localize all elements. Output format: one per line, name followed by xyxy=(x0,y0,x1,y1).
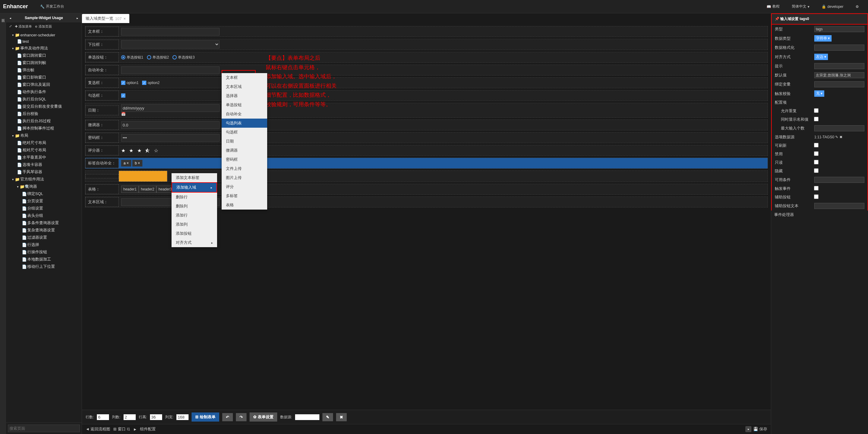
datasource-input[interactable] xyxy=(295,414,319,420)
form-row[interactable]: 日期： 📅 xyxy=(85,103,768,118)
bc-window[interactable]: ⊞ 窗口 I1 xyxy=(113,426,130,432)
prop-checkbox[interactable] xyxy=(814,151,819,156)
tree-item[interactable]: 📄移动行上下位置 xyxy=(6,263,82,270)
expand-icon[interactable]: ▾ xyxy=(17,185,19,188)
submenu-item[interactable]: 多标签 xyxy=(222,191,267,200)
tree-item[interactable]: 📄多条件查询器设置 xyxy=(6,219,82,227)
add-menu-button[interactable]: ✚ 添加菜单 xyxy=(15,24,32,29)
tab[interactable]: 输入域类型一览 107 × xyxy=(82,14,129,23)
width-input[interactable] xyxy=(176,414,189,420)
submenu-item[interactable]: 选择器 xyxy=(222,91,267,100)
prop-input[interactable] xyxy=(814,63,864,69)
select-input[interactable] xyxy=(121,40,219,48)
tutorial-link[interactable]: 📖 教程 xyxy=(767,4,780,9)
prop-input[interactable] xyxy=(814,177,864,183)
add-page-button[interactable]: ⊕ 添加页面 xyxy=(35,24,52,29)
prop-checkbox[interactable] xyxy=(814,186,819,191)
prop-checkbox[interactable] xyxy=(814,194,819,199)
form-row[interactable]: 微调器： xyxy=(85,120,768,130)
clear-icon[interactable]: ✖ xyxy=(839,135,842,139)
tree-item[interactable]: 📄后台校验 xyxy=(6,110,82,118)
tree-item[interactable]: 📄复杂查询器设置 xyxy=(6,227,82,234)
calendar-icon[interactable]: 📅 xyxy=(121,112,126,116)
nav-fwd-icon[interactable] xyxy=(76,16,79,20)
settings-icon[interactable]: ⚙ xyxy=(856,5,859,9)
submenu-item[interactable]: 图片上传 xyxy=(222,173,267,182)
tree-item[interactable]: 📄窗口跳转到帧 xyxy=(6,59,82,66)
tree-item[interactable]: 📄动作执行条件 xyxy=(6,88,82,96)
tree-item[interactable]: 📄过滤器设置 xyxy=(6,234,82,241)
selected-cell[interactable] xyxy=(119,171,167,182)
form-row[interactable]: 评分器：★ ★ ★ ⯪ ☆ xyxy=(85,145,768,156)
prop-input[interactable] xyxy=(814,26,864,32)
submenu-item[interactable]: 表格 xyxy=(222,200,267,209)
prop-input[interactable] xyxy=(814,203,864,209)
tab-close-icon[interactable]: × xyxy=(124,16,126,21)
check-option[interactable]: ✓option2 xyxy=(142,81,159,85)
tree-item[interactable]: ▾📁enhancer-scheduler xyxy=(6,32,82,38)
form-row[interactable]: 下拉框： xyxy=(85,39,768,50)
context-menu-item[interactable]: 添加行 xyxy=(172,211,217,220)
tag-chip[interactable]: a × xyxy=(121,160,131,167)
context-menu-item[interactable]: 删除列 xyxy=(172,202,217,211)
submenu-item[interactable]: 自动补全 xyxy=(222,109,267,119)
nav-back-icon[interactable] xyxy=(9,16,11,20)
tree-item[interactable]: 📄相对尺寸布局 xyxy=(6,146,82,154)
expand-icon[interactable]: ▾ xyxy=(12,178,14,181)
tree-item[interactable]: 📄水平垂直居中 xyxy=(6,154,82,161)
search-input[interactable] xyxy=(8,425,80,432)
form-row[interactable]: 单选按钮：单选按钮1单选按钮2单选按钮3 xyxy=(85,52,768,63)
expand-icon[interactable]: ⤢ xyxy=(9,24,12,29)
checkbox[interactable]: ✓ xyxy=(121,93,125,98)
tree-item[interactable]: 📄脚本控制事件过程 xyxy=(6,125,82,132)
form-row[interactable]: 文本框： xyxy=(85,26,768,37)
prop-checkbox[interactable] xyxy=(814,143,819,148)
bc-config[interactable]: 组件配置 xyxy=(140,426,156,432)
tree-item[interactable]: ▾📁🔍查询器 xyxy=(6,183,82,190)
expand-icon[interactable]: ▾ xyxy=(12,134,14,137)
context-menu-item[interactable]: 添加按钮 xyxy=(172,229,217,238)
context-menu-item[interactable]: 添加输入域▸ xyxy=(172,182,217,193)
tree-item[interactable]: 📄test xyxy=(6,38,82,44)
cols-input[interactable] xyxy=(124,414,136,420)
draw-form-button[interactable]: ⊞ 绘制表单 xyxy=(192,412,219,422)
radio-option[interactable]: 单选按钮1 xyxy=(121,55,143,60)
submenu-item[interactable]: 勾选列表 xyxy=(222,119,267,128)
submenu-item[interactable]: 文本区域 xyxy=(222,82,267,91)
prop-input[interactable] xyxy=(814,72,864,78)
form-settings-button[interactable]: ✿ 表单设置 xyxy=(250,412,277,422)
expand-icon[interactable]: ▾ xyxy=(12,33,14,37)
prop-select[interactable]: 左边 ▾ xyxy=(814,54,828,60)
workbench-link[interactable]: 🔧 开发工作台 xyxy=(40,4,64,9)
tree-item[interactable]: ▾📁事件及动作用法 xyxy=(6,44,82,52)
rail-tab[interactable]: 页面区 xyxy=(1,16,5,431)
prop-select[interactable]: 无 ▾ xyxy=(814,90,824,97)
submenu-item[interactable]: 评分 xyxy=(222,182,267,191)
expand-icon[interactable]: ▾ xyxy=(12,47,14,50)
tree-item[interactable]: 📄选项卡容器 xyxy=(6,161,82,168)
language-select[interactable]: 简体中文 ▾ xyxy=(792,4,809,9)
text-input[interactable] xyxy=(121,28,219,35)
submenu-item[interactable]: 勾选框 xyxy=(222,128,267,137)
tag-chip[interactable]: b × xyxy=(132,160,143,167)
user-menu[interactable]: 🔒 developer xyxy=(822,5,843,9)
form-row[interactable]: 标签自动补全：a ×b × xyxy=(85,158,768,169)
form-row[interactable]: 复选框：✓option1✓option2 xyxy=(85,77,768,88)
context-menu-item[interactable]: 添加文本标签 xyxy=(172,173,217,182)
rows-input[interactable] xyxy=(97,414,109,420)
radio-option[interactable]: 单选按钮3 xyxy=(173,55,195,60)
prop-checkbox[interactable] xyxy=(814,108,819,113)
radio-option[interactable]: 单选按钮2 xyxy=(147,55,169,60)
form-row[interactable]: 勾选框：✓ xyxy=(85,90,768,101)
prop-input[interactable] xyxy=(814,125,864,131)
tree-item[interactable]: 📄执行后台JS过程 xyxy=(6,118,82,125)
back-link[interactable]: ◄ 返回流程图 xyxy=(86,426,110,432)
tree-item[interactable]: 📄分组设置 xyxy=(6,205,82,212)
form-row[interactable]: 自动补全： xyxy=(85,65,768,75)
prop-input[interactable] xyxy=(814,81,864,87)
form-row[interactable]: 密码框： xyxy=(85,132,768,143)
submenu-item[interactable]: 文本框 xyxy=(222,73,267,82)
tree-item[interactable]: 📄提交后台前改变变量值 xyxy=(6,103,82,110)
save-button[interactable]: 💾 保存 xyxy=(753,426,767,432)
prop-checkbox[interactable] xyxy=(814,160,819,165)
